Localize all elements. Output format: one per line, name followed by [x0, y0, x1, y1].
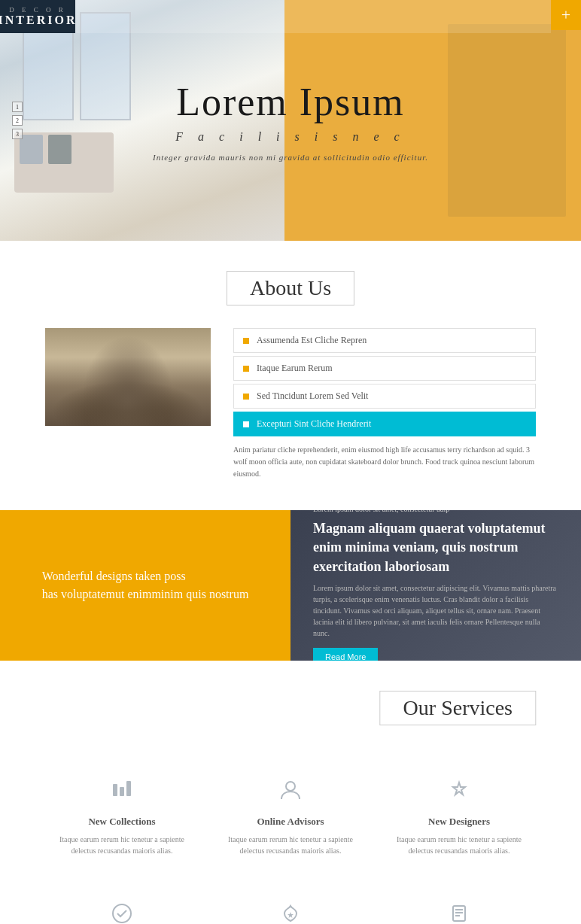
svg-rect-0: [113, 784, 117, 796]
slide-dot-1[interactable]: 1: [12, 102, 23, 112]
logo: d e c o r INTERIOR: [0, 0, 75, 33]
new-designers-icon: [447, 778, 471, 808]
privacy-icon: [447, 901, 471, 924]
service-card-4: Best Performance Itaque earum rerum hic …: [214, 886, 367, 924]
quality-icon: [110, 901, 134, 924]
about-list-item-1[interactable]: Itaque Earum Rerum: [233, 356, 536, 381]
service-card-2: New Designers Itaque earum rerum hic ten…: [382, 763, 536, 871]
about-list-label-2: Sed Tincidunt Lorem Sed Velit: [257, 391, 368, 402]
plus-icon: +: [561, 5, 570, 25]
hero-subtitle: F a c i l i s i s n e c: [175, 130, 405, 144]
svg-rect-8: [455, 915, 460, 916]
about-image: [45, 328, 211, 426]
service-name-2: New Designers: [428, 816, 490, 828]
hero-overlay: Lorem Ipsum F a c i l i s i s n e c Inte…: [0, 0, 581, 241]
promo-left-line1: Wonderful designs taken poss: [42, 567, 249, 585]
about-list-item-0[interactable]: Assumenda Est Cliche Repren: [233, 328, 536, 353]
service-desc-1: Itaque earum rerum hic tenetur a sapient…: [221, 834, 360, 856]
logo-decor: d e c o r: [9, 6, 66, 14]
promo-small-text: Lorem ipsum dolor sit amet, consectetur …: [313, 510, 558, 513]
promo-body: Lorem ipsum dolor sit amet, consectetur …: [313, 582, 558, 639]
best-performance-icon: [278, 901, 303, 924]
service-card-3: Quality Itaque earum rerum hic tenetur a…: [45, 886, 199, 924]
service-desc-0: Itaque earum rerum hic tenetur a sapient…: [53, 834, 191, 856]
hero-text: Integer gravida mauris non mi gravida at…: [153, 153, 428, 162]
services-title: Our Services: [380, 691, 536, 725]
svg-rect-1: [120, 787, 124, 796]
about-list-item-3[interactable]: Excepturi Sint Cliche Hendrerit: [233, 412, 536, 436]
service-card-1: Online Advisors Itaque earum rerum hic t…: [214, 763, 367, 871]
plus-button[interactable]: +: [551, 0, 581, 30]
slide-dot-2[interactable]: 2: [12, 115, 23, 126]
about-section: About Us Assumenda Est Cliche Repren Ita…: [0, 241, 581, 510]
promo-left-line2: has voluptatemut enimminim quis nostrum: [42, 585, 249, 603]
service-desc-2: Itaque earum rerum hic tenetur a sapient…: [390, 834, 528, 856]
promo-right-content: Lorem ipsum dolor sit amet, consectetur …: [313, 510, 558, 661]
new-collections-icon: [110, 778, 134, 808]
about-content: Assumenda Est Cliche Repren Itaque Earum…: [45, 328, 536, 480]
online-advisors-icon: [278, 778, 303, 808]
svg-point-4: [113, 904, 131, 922]
services-section: Our Services New Collections Itaque earu…: [0, 661, 581, 924]
svg-rect-2: [126, 781, 131, 796]
service-name-0: New Collections: [88, 816, 155, 828]
nav-bar: [75, 0, 551, 33]
hero-section: d e c o r INTERIOR + 1 2 3 Lorem Ipsum F…: [0, 0, 581, 241]
slide-dot-3[interactable]: 3: [12, 129, 23, 139]
promo-right: Lorem ipsum dolor sit amet, consectetur …: [290, 510, 581, 661]
bullet-icon-2: [243, 394, 249, 400]
about-list-item-2[interactable]: Sed Tincidunt Lorem Sed Velit: [233, 384, 536, 409]
bullet-icon-0: [243, 338, 249, 344]
bullet-icon-1: [243, 366, 249, 372]
promo-heading: Magnam aliquam quaerat voluptatemut enim…: [313, 519, 558, 576]
promo-left-text: Wonderful designs taken poss has volupta…: [42, 567, 249, 603]
services-grid: New Collections Itaque earum rerum hic t…: [45, 763, 536, 924]
svg-rect-6: [455, 909, 463, 910]
svg-rect-7: [455, 912, 463, 913]
read-more-button[interactable]: Read More: [313, 648, 378, 661]
service-name-1: Online Advisors: [257, 816, 324, 828]
about-title: About Us: [227, 271, 354, 305]
about-list-label-3: Excepturi Sint Cliche Hendrerit: [257, 418, 371, 430]
logo-interior: INTERIOR: [0, 14, 77, 27]
service-card-0: New Collections Itaque earum rerum hic t…: [45, 763, 199, 871]
about-list-label-0: Assumenda Est Cliche Repren: [257, 335, 367, 346]
slide-dots: 1 2 3: [12, 102, 23, 139]
service-card-5: Privacy Itaque earum rerum hic tenetur a…: [382, 886, 536, 924]
promo-left: Wonderful designs taken poss has volupta…: [0, 510, 290, 661]
about-list-label-1: Itaque Earum Rerum: [257, 363, 333, 374]
promo-section: Wonderful designs taken poss has volupta…: [0, 510, 581, 661]
svg-point-3: [286, 782, 295, 791]
hero-title: Lorem Ipsum: [176, 80, 405, 124]
about-list: Assumenda Est Cliche Repren Itaque Earum…: [233, 328, 536, 480]
bullet-icon-3: [243, 421, 249, 427]
about-description: Anim pariatur cliche reprehenderit, enim…: [233, 444, 536, 480]
